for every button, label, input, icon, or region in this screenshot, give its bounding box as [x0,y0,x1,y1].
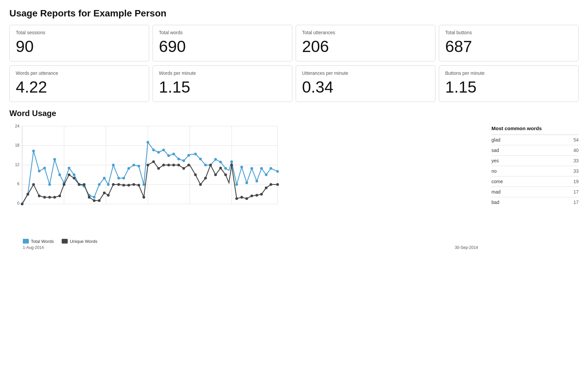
svg-point-83 [98,199,101,202]
svg-point-64 [260,167,263,170]
svg-point-101 [187,164,190,166]
svg-point-88 [122,184,125,187]
stat-value-sessions: 90 [16,38,143,56]
svg-point-110 [235,197,238,200]
svg-point-78 [73,177,75,179]
svg-point-98 [172,164,175,166]
svg-point-116 [265,187,268,189]
svg-point-49 [182,159,185,162]
svg-point-31 [93,196,96,199]
stat-value-wpm: 1.15 [159,78,286,96]
svg-point-85 [107,194,110,197]
count-cell: 33 [556,155,579,166]
svg-text:12: 12 [15,162,20,167]
svg-point-93 [146,164,149,166]
svg-point-94 [152,160,155,163]
svg-point-82 [93,199,96,202]
legend-color-unique [62,239,68,244]
stat-label-buttons: Total buttons [445,30,572,35]
stat-value-wpu: 4.22 [16,78,143,96]
svg-point-89 [127,184,130,187]
legend-label-total: Total Words [31,239,54,244]
svg-point-67 [276,170,279,173]
word-cell: glad [491,135,556,145]
word-usage-title: Word Usage [9,109,579,118]
svg-point-47 [172,153,175,155]
svg-point-27 [73,173,75,176]
svg-point-72 [43,196,46,199]
svg-point-63 [255,180,258,182]
svg-point-51 [194,153,197,155]
word-usage-chart: 24 18 12 6 0 [9,122,478,250]
svg-point-59 [235,183,238,186]
svg-point-68 [21,203,23,205]
svg-point-92 [142,196,145,199]
svg-point-41 [142,183,145,186]
svg-point-42 [146,141,149,144]
table-row: mad 17 [491,187,579,197]
stat-label-wpm: Words per minute [159,70,286,76]
svg-point-80 [83,183,85,186]
word-cell: yes [491,155,556,166]
stat-label-wpu: Words per utterance [16,70,143,76]
svg-point-26 [68,167,70,169]
svg-point-44 [157,151,160,154]
svg-point-52 [199,158,202,160]
legend-color-total [23,239,29,244]
stat-label-upm: Utterances per minute [302,70,429,76]
page-title: Usage Reports for Example Person [9,8,579,19]
svg-point-62 [250,167,253,170]
common-words-table: glad 54 sad 40 yes 33 no 33 come 19 [491,135,579,207]
svg-point-105 [209,164,212,166]
stat-total-buttons: Total buttons 687 [439,25,579,61]
x-label-end: 30-Sep-2014 [455,245,478,250]
stat-value-upm: 0.34 [302,78,429,96]
svg-point-70 [32,183,35,186]
word-cell: no [491,166,556,176]
svg-point-69 [26,193,29,196]
stat-total-words: Total words 690 [153,25,292,61]
svg-text:24: 24 [15,124,20,128]
table-row: sad 40 [491,145,579,155]
common-words-title: Most common words [491,125,579,131]
svg-point-50 [187,154,190,157]
table-row: come 19 [491,176,579,187]
svg-point-66 [270,167,272,170]
svg-text:6: 6 [17,181,19,186]
stat-buttons-per-minute: Buttons per minute 1.15 [439,65,579,102]
word-cell: bad [491,197,556,207]
svg-point-90 [132,183,135,186]
word-cell: mad [491,187,556,197]
svg-point-79 [78,183,80,186]
svg-point-24 [58,173,61,176]
svg-point-45 [162,149,165,151]
word-cell: come [491,176,556,187]
svg-point-23 [53,158,56,161]
stat-utterances-per-minute: Utterances per minute 0.34 [296,65,435,102]
svg-point-43 [152,149,155,151]
svg-point-74 [53,196,56,199]
svg-point-77 [68,173,70,176]
count-cell: 40 [556,145,579,155]
svg-point-114 [255,194,258,197]
svg-point-35 [112,164,115,166]
stat-label-bpm: Buttons per minute [445,70,572,76]
svg-point-115 [260,193,263,196]
svg-point-34 [107,183,110,186]
svg-point-19 [32,150,35,152]
legend-unique-words: Unique Words [62,239,97,244]
stat-total-utterances: Total utterances 206 [296,25,435,61]
svg-point-86 [112,183,115,186]
svg-point-60 [240,166,243,168]
svg-point-22 [48,183,51,186]
svg-point-58 [230,160,233,163]
common-words-section: Most common words glad 54 sad 40 yes 33 … [491,125,579,207]
svg-text:18: 18 [15,143,20,148]
svg-point-111 [240,196,243,199]
svg-point-95 [157,167,160,170]
svg-point-108 [224,173,227,176]
count-cell: 17 [556,197,579,207]
stat-value-buttons: 687 [445,38,572,56]
stat-value-utterances: 206 [302,38,429,56]
svg-point-39 [132,164,135,166]
